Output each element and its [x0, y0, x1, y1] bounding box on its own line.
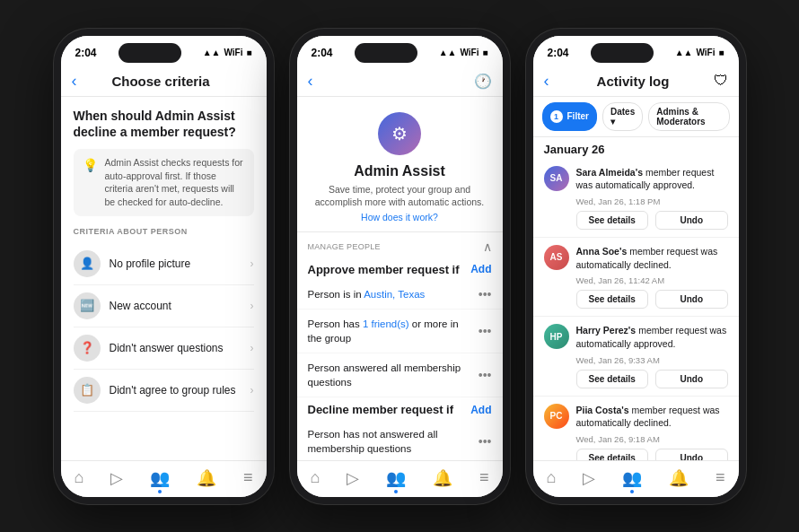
new-account-icon: 🆕 [74, 292, 101, 319]
menu-icon[interactable]: ≡ [479, 468, 489, 487]
approve-rule-1: Person has 1 friend(s) or more in the gr… [297, 310, 503, 353]
list-item[interactable]: 🆕 New account › [74, 285, 254, 327]
battery-icon: ■ [246, 48, 251, 57]
back-button-1[interactable]: ‹ [72, 72, 77, 91]
filter-button[interactable]: 1 Filter [542, 102, 597, 131]
undo-button-3[interactable]: Undo [655, 449, 728, 460]
decline-rule-text-0: Person has not answered all membership q… [308, 427, 471, 456]
decline-title: Decline member request if [308, 403, 454, 416]
admin-assist-title: Admin Assist [354, 163, 445, 179]
undo-button-2[interactable]: Undo [655, 370, 728, 388]
rules-icon: 📋 [74, 377, 101, 404]
home-icon[interactable]: ⌂ [74, 468, 83, 487]
log-text-0: Sara Almeida's member request was automa… [576, 166, 728, 192]
more-options-icon[interactable]: ••• [479, 324, 492, 338]
decline-add-button[interactable]: Add [470, 404, 491, 416]
notifications-icon[interactable]: 🔔 [197, 468, 216, 488]
clock-icon[interactable]: 🕐 [474, 73, 492, 90]
more-options-icon[interactable]: ••• [479, 434, 492, 449]
see-details-button-3[interactable]: See details [576, 449, 649, 460]
notifications-icon[interactable]: 🔔 [669, 468, 689, 488]
manage-people-header: Manage people ∧ [297, 232, 503, 257]
bottom-nav-1: ⌂ ▷ 👥 🔔 ≡ [61, 460, 267, 497]
chevron-right-icon: › [250, 300, 254, 312]
back-button-3[interactable]: ‹ [544, 72, 549, 91]
page-title-1: Choose criteria [84, 74, 238, 89]
admins-label: Admins & Moderators [656, 107, 721, 126]
groups-icon[interactable]: 👥 [386, 468, 406, 488]
phone3-content: 1 Filter Dates ▾ Admins & Moderators Jan… [533, 97, 739, 460]
admins-filter-button[interactable]: Admins & Moderators [648, 102, 729, 131]
more-options-icon[interactable]: ••• [479, 287, 492, 301]
criteria-label-2: Didn't answer questions [110, 342, 241, 354]
list-item[interactable]: 📋 Didn't agree to group rules › [74, 370, 254, 412]
approve-title: Approve member request if [308, 263, 460, 276]
video-icon[interactable]: ▷ [110, 468, 123, 488]
chevron-right-icon: › [250, 342, 254, 354]
more-options-icon[interactable]: ••• [479, 368, 492, 382]
friends-link[interactable]: 1 friend(s) [363, 318, 409, 329]
approve-rule-0: Person is in Austin, Texas ••• [297, 280, 503, 310]
rule-text-1: Person has 1 friend(s) or more in the gr… [308, 317, 471, 345]
see-details-button-0[interactable]: See details [576, 211, 649, 230]
nav-header-1: ‹ Choose criteria [61, 66, 267, 97]
log-item-3: PC Piia Costa's member request was autom… [533, 397, 739, 460]
log-time-0: Wed, Jan 26, 1:18 PM [576, 196, 728, 206]
nav-header-2: ‹ 🕐 [297, 66, 503, 97]
video-icon[interactable]: ▷ [347, 468, 359, 488]
undo-button-1[interactable]: Undo [655, 290, 728, 309]
shield-icon: 🛡 [710, 73, 728, 89]
groups-icon[interactable]: 👥 [150, 468, 170, 488]
person-name-1: Anna Soe's [576, 246, 628, 257]
list-item[interactable]: 👤 No profile picture › [74, 243, 254, 285]
menu-icon[interactable]: ≡ [716, 468, 725, 487]
log-text-3: Piia Costa's member request was automati… [576, 404, 728, 430]
list-item[interactable]: ❓ Didn't answer questions › [74, 327, 254, 370]
questions-icon: ❓ [74, 335, 101, 362]
phone-2: 2:04 ▲▲ WiFi ■ ‹ 🕐 [290, 29, 510, 504]
no-profile-icon: 👤 [74, 250, 101, 277]
log-actions-1: See details Undo [576, 290, 728, 309]
see-details-button-1[interactable]: See details [576, 290, 649, 309]
info-box: 💡 Admin Assist checks requests for auto-… [74, 149, 254, 216]
signal-icon: ▲▲ [439, 48, 457, 57]
dynamic-island-3 [591, 43, 654, 63]
bottom-nav-2: ⌂ ▷ 👥 🔔 ≡ [297, 460, 503, 497]
time-1: 2:04 [75, 47, 97, 59]
person-name-0: Sara Almeida's [576, 167, 643, 178]
question-text: When should Admin Assist decline a membe… [74, 108, 254, 140]
bottom-nav-3: ⌂ ▷ 👥 🔔 ≡ [533, 460, 739, 497]
video-icon[interactable]: ▷ [583, 468, 595, 488]
groups-icon[interactable]: 👥 [622, 468, 642, 488]
see-details-button-2[interactable]: See details [576, 370, 649, 388]
manage-people-section: Manage people ∧ Approve member request i… [297, 231, 503, 460]
status-bar-1: 2:04 ▲▲ WiFi ■ [61, 36, 267, 66]
location-link[interactable]: Austin, Texas [364, 289, 425, 300]
signal-icon: ▲▲ [203, 48, 221, 57]
log-item-1: AS Anna Soe's member request was automat… [533, 238, 739, 317]
decline-rule-0: Person has not answered all membership q… [297, 420, 503, 459]
status-icons-3: ▲▲ WiFi ■ [675, 48, 724, 57]
back-button-2[interactable]: ‹ [308, 72, 313, 91]
approve-section-header: Approve member request if Add [297, 257, 503, 280]
approve-add-button[interactable]: Add [470, 263, 491, 275]
menu-icon[interactable]: ≡ [243, 468, 253, 487]
dynamic-island-2 [355, 43, 417, 63]
filter-bar: 1 Filter Dates ▾ Admins & Moderators [533, 97, 739, 137]
home-icon[interactable]: ⌂ [546, 468, 556, 487]
undo-button-0[interactable]: Undo [655, 211, 728, 230]
nav-header-3: ‹ Activity log 🛡 [533, 66, 739, 97]
collapse-icon[interactable]: ∧ [483, 240, 492, 254]
admin-assist-subtitle: Save time, protect your group and accomp… [310, 183, 490, 209]
status-icons-1: ▲▲ WiFi ■ [203, 48, 252, 57]
how-does-it-work-link[interactable]: How does it work? [361, 212, 438, 222]
info-text: Admin Assist checks requests for auto-ap… [105, 156, 245, 209]
notifications-icon[interactable]: 🔔 [433, 468, 452, 488]
dates-filter-button[interactable]: Dates ▾ [602, 102, 643, 131]
rule-text-0: Person is in Austin, Texas [308, 287, 471, 301]
status-icons-2: ▲▲ WiFi ■ [439, 48, 488, 57]
date-section-label: January 26 [533, 137, 739, 159]
battery-icon: ■ [482, 48, 487, 57]
home-icon[interactable]: ⌂ [310, 468, 320, 487]
decline-section-header: Decline member request if Add [297, 397, 503, 420]
